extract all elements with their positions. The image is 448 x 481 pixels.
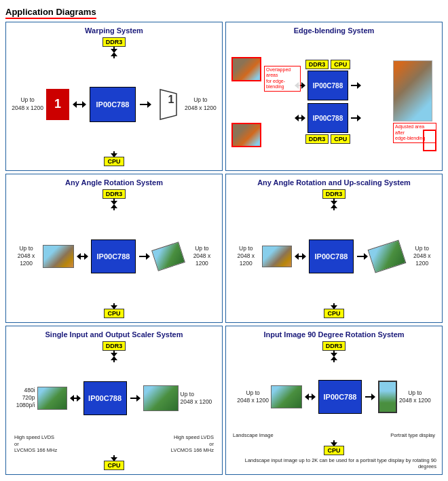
rotation90-title: Input Image 90 Degree Rotation System bbox=[231, 330, 436, 339]
scaler-output-label: Up to2048 x 1200 bbox=[181, 391, 212, 406]
r90-input-label: Up to2048 x 1200 bbox=[237, 389, 269, 404]
edge-ip-box-bot: IP00C788 bbox=[307, 103, 348, 133]
r90-output-img bbox=[378, 381, 397, 413]
adjusted-box bbox=[423, 130, 436, 151]
ru-input-label: Up to2048 x 1200 bbox=[231, 245, 260, 267]
rotation-ip-box: IP00C788 bbox=[91, 239, 136, 273]
diagrams-grid: Warping System DDR3 Up to2048 x 1200 1 bbox=[5, 22, 443, 475]
scaler-input-labels: 480i720p1080p/i bbox=[16, 387, 35, 409]
ru-output-img bbox=[371, 242, 406, 271]
rotation-output-img bbox=[153, 242, 185, 271]
r90-ip-box: IP00C788 bbox=[318, 380, 362, 414]
diagram-edge-blending: Edge-blending System Overlapped areasfor… bbox=[225, 22, 443, 171]
r90-input-sub: Landscape Image bbox=[233, 432, 274, 439]
scaler-input-sub: High speed LVDSorLVCMOS 166 MHz bbox=[14, 434, 57, 454]
rotation-output-label: Up to2048 x 1200 bbox=[187, 245, 217, 267]
cpu-chip-edge-top: CPU bbox=[331, 60, 350, 69]
warping-output-shape: 1 bbox=[155, 88, 182, 121]
ru-ip-box: IP00C788 bbox=[309, 239, 354, 273]
rotation-upscaling-title: Any Angle Rotation and Up-scaling System bbox=[231, 178, 436, 187]
overlap-label: Overlapped areasfor edge-blending bbox=[264, 66, 301, 92]
r90-output-label: Up to2048 x 1200 bbox=[399, 389, 431, 404]
cpu-chip-rotation: CPU bbox=[104, 309, 124, 318]
r90-bottom-note: Landscape input image up to 2K can be us… bbox=[231, 457, 436, 471]
cpu-chip-r90: CPU bbox=[324, 446, 343, 455]
ddr3-chip-ru: DDR3 bbox=[322, 189, 346, 199]
edge-ip-box-top: IP00C788 bbox=[307, 71, 348, 100]
scaler-output-img bbox=[143, 385, 179, 411]
edge-input-img-top bbox=[231, 57, 261, 81]
ddr3-chip-warping: DDR3 bbox=[102, 37, 126, 47]
scaler-input-img bbox=[37, 387, 67, 410]
diagram-rotation: Any Angle Rotation System DDR3 Up to2048… bbox=[5, 174, 223, 323]
page-title: Application Diagrams bbox=[5, 7, 96, 19]
rotation-input-img bbox=[43, 245, 74, 268]
diagram-warping: Warping System DDR3 Up to2048 x 1200 1 bbox=[5, 22, 223, 171]
cpu-chip-scaler: CPU bbox=[104, 461, 124, 470]
rotation-title: Any Angle Rotation System bbox=[12, 178, 217, 187]
ddr3-chip-edge: DDR3 bbox=[305, 60, 329, 69]
edge-blending-title: Edge-blending System bbox=[231, 26, 436, 35]
cpu-chip-ru: CPU bbox=[324, 309, 343, 318]
warping-output-label: Up to2048 x 1200 bbox=[185, 96, 217, 111]
warping-input-label: Up to2048 x 1200 bbox=[12, 96, 43, 111]
ru-output-label: Up to2048 x 1200 bbox=[408, 245, 436, 267]
edge-output-img bbox=[393, 60, 432, 121]
cpu-chip-edge-bot: CPU bbox=[331, 134, 350, 144]
ddr3-chip-rotation: DDR3 bbox=[102, 189, 126, 199]
scaler-ip-box: IP00C788 bbox=[83, 381, 127, 415]
warping-ip-box: IP00C788 bbox=[90, 87, 136, 122]
scaler-title: Single Input and Output Scaler System bbox=[12, 330, 217, 339]
edge-input-img-bot bbox=[231, 123, 261, 147]
r90-output-sub: Portrait type display bbox=[390, 432, 435, 439]
warping-title: Warping System bbox=[12, 26, 217, 35]
cpu-chip-warping: CPU bbox=[104, 157, 124, 166]
scaler-output-sub: High speed LVDSorLVCMOS 166 MHz bbox=[171, 434, 214, 454]
ddr3-chip-r90: DDR3 bbox=[322, 341, 346, 351]
ddr3-chip-scaler: DDR3 bbox=[102, 341, 126, 351]
diagram-rotation-upscaling: Any Angle Rotation and Up-scaling System… bbox=[225, 174, 443, 323]
diagram-scaler: Single Input and Output Scaler System DD… bbox=[5, 326, 223, 475]
ddr3-chip-edge-bot: DDR3 bbox=[305, 134, 329, 144]
rotation-input-label: Up to2048 x 1200 bbox=[12, 245, 41, 267]
ru-input-img bbox=[262, 246, 292, 267]
diagram-rotation90: Input Image 90 Degree Rotation System DD… bbox=[225, 326, 443, 475]
warping-input-rect: 1 bbox=[46, 89, 69, 120]
r90-input-img bbox=[271, 385, 302, 408]
